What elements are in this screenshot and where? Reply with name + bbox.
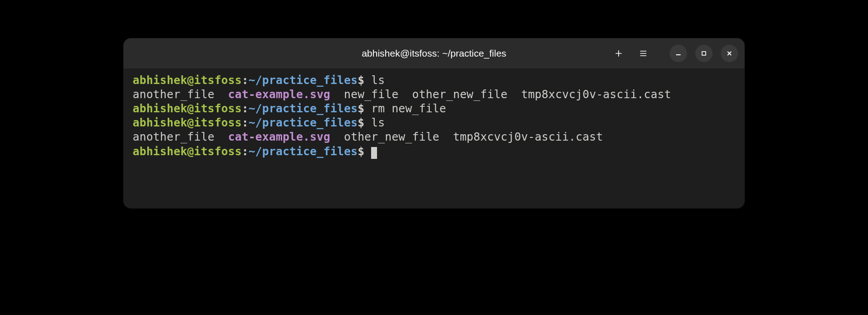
prompt-dollar: $ [357, 74, 364, 87]
prompt-dollar: $ [357, 102, 364, 115]
command-text: ls [364, 116, 385, 129]
terminal-line: abhishek@itsfoss:~/practice_files$ rm ne… [133, 101, 735, 116]
maximize-button[interactable] [695, 45, 713, 62]
close-icon [726, 50, 733, 57]
close-button[interactable] [721, 45, 738, 62]
terminal-window: abhishek@itsfoss: ~/practice_files [124, 38, 744, 208]
prompt-dollar: $ [357, 145, 364, 158]
prompt-path: ~/practice_files [248, 145, 357, 158]
hamburger-icon [639, 49, 648, 58]
terminal-line: abhishek@itsfoss:~/practice_files$ ls [133, 73, 735, 87]
minimize-icon [675, 50, 682, 57]
menu-button[interactable] [635, 45, 651, 62]
prompt-user-host: abhishek@itsfoss [133, 145, 242, 158]
file-name: another_file [133, 88, 228, 101]
prompt-colon: : [242, 74, 248, 87]
prompt-colon: : [242, 145, 248, 158]
prompt-colon: : [242, 116, 248, 129]
command-text [364, 145, 371, 158]
prompt-colon: : [242, 102, 248, 115]
svg-rect-6 [702, 52, 706, 55]
minimize-button[interactable] [670, 45, 687, 62]
command-text: rm new_file [364, 102, 446, 115]
prompt-dollar: $ [357, 116, 364, 129]
prompt-path: ~/practice_files [248, 74, 357, 87]
terminal-line: abhishek@itsfoss:~/practice_files$ [133, 144, 735, 158]
plus-icon [614, 49, 623, 58]
file-name: another_file [133, 130, 228, 143]
new-tab-button[interactable] [610, 45, 627, 62]
file-name: new_file other_new_file tmp8xcvcj0v-asci… [331, 88, 672, 101]
maximize-icon [701, 50, 707, 57]
prompt-path: ~/practice_files [248, 116, 357, 129]
window-controls [670, 45, 738, 62]
prompt-user-host: abhishek@itsfoss [133, 116, 242, 129]
titlebar-controls [610, 45, 738, 62]
file-image: cat-example.svg [228, 130, 330, 143]
prompt-user-host: abhishek@itsfoss [133, 74, 242, 87]
titlebar: abhishek@itsfoss: ~/practice_files [124, 38, 744, 68]
terminal-line: another_file cat-example.svg other_new_f… [133, 130, 735, 144]
terminal-line: another_file cat-example.svg new_file ot… [133, 87, 735, 101]
terminal-body[interactable]: abhishek@itsfoss:~/practice_files$ lsano… [124, 68, 744, 163]
file-name: other_new_file tmp8xcvcj0v-ascii.cast [331, 130, 603, 143]
prompt-user-host: abhishek@itsfoss [133, 102, 242, 115]
cursor [371, 147, 377, 159]
window-title: abhishek@itsfoss: ~/practice_files [362, 48, 506, 59]
file-image: cat-example.svg [228, 88, 330, 101]
prompt-path: ~/practice_files [248, 102, 357, 115]
command-text: ls [364, 74, 385, 87]
terminal-line: abhishek@itsfoss:~/practice_files$ ls [133, 116, 735, 130]
